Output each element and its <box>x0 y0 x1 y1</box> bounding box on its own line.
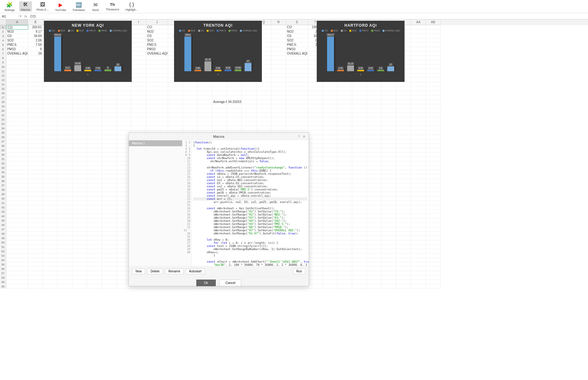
cell[interactable] <box>72 117 87 122</box>
cell[interactable] <box>411 78 426 82</box>
cell[interactable] <box>102 135 117 139</box>
cell[interactable] <box>352 214 367 218</box>
cell[interactable] <box>87 271 102 276</box>
cell[interactable] <box>323 258 337 262</box>
cell[interactable] <box>58 144 72 148</box>
cell[interactable] <box>367 126 382 131</box>
cell[interactable] <box>352 232 367 236</box>
cell[interactable] <box>72 174 87 179</box>
cell[interactable] <box>6 82 28 87</box>
cell[interactable] <box>337 196 352 201</box>
cell[interactable] <box>227 87 242 91</box>
cell[interactable] <box>72 109 87 113</box>
cell[interactable] <box>396 109 411 113</box>
cell[interactable] <box>102 262 117 267</box>
cell[interactable] <box>271 51 286 56</box>
cell[interactable]: Average AQI: <box>212 100 227 104</box>
cell[interactable] <box>396 254 411 258</box>
cell[interactable] <box>367 135 382 139</box>
cell[interactable] <box>257 82 271 87</box>
cell[interactable] <box>337 236 352 240</box>
cell[interactable] <box>257 109 271 113</box>
cell[interactable] <box>28 148 43 153</box>
cell[interactable] <box>271 34 286 38</box>
cell[interactable] <box>426 245 441 249</box>
cell[interactable] <box>382 210 396 214</box>
cell[interactable] <box>131 95 146 100</box>
cell[interactable] <box>426 78 441 82</box>
row-header[interactable]: 52 <box>0 249 6 254</box>
row-header[interactable]: 60 <box>0 284 6 289</box>
cell[interactable] <box>337 188 352 192</box>
cell[interactable] <box>352 254 367 258</box>
row-header[interactable]: 29 <box>0 148 6 153</box>
cell[interactable] <box>87 254 102 258</box>
cell[interactable] <box>411 254 426 258</box>
cell[interactable] <box>6 192 28 196</box>
cell[interactable] <box>337 82 352 87</box>
cell[interactable] <box>131 69 146 73</box>
cell[interactable] <box>426 87 441 91</box>
cell[interactable] <box>58 109 72 113</box>
cell[interactable] <box>72 214 87 218</box>
cell[interactable] <box>72 135 87 139</box>
cell[interactable] <box>367 271 382 276</box>
cell[interactable] <box>271 47 286 51</box>
cell[interactable] <box>43 135 58 139</box>
cell[interactable] <box>117 104 131 109</box>
cell[interactable] <box>411 104 426 109</box>
cell[interactable] <box>396 280 411 284</box>
cell[interactable] <box>308 192 323 196</box>
cell[interactable] <box>72 210 87 214</box>
cell[interactable] <box>102 192 117 196</box>
cell[interactable] <box>6 174 28 179</box>
cell[interactable] <box>323 117 337 122</box>
cell[interactable] <box>146 60 168 65</box>
cell[interactable] <box>411 126 426 131</box>
cell[interactable] <box>72 131 87 135</box>
cell[interactable] <box>43 276 58 280</box>
cell[interactable] <box>43 87 58 91</box>
cell[interactable] <box>367 82 382 87</box>
cell[interactable] <box>367 245 382 249</box>
cell[interactable] <box>6 122 28 126</box>
cell[interactable] <box>6 236 28 240</box>
cell[interactable] <box>337 276 352 280</box>
cell[interactable] <box>6 245 28 249</box>
cell[interactable] <box>426 271 441 276</box>
cell[interactable] <box>227 95 242 100</box>
cell[interactable] <box>58 188 72 192</box>
cell[interactable] <box>168 104 183 109</box>
cell[interactable] <box>352 201 367 205</box>
cell[interactable] <box>382 240 396 245</box>
cell[interactable] <box>337 148 352 153</box>
cell[interactable] <box>72 271 87 276</box>
cell[interactable] <box>58 104 72 109</box>
cell[interactable] <box>337 131 352 135</box>
cell[interactable] <box>382 254 396 258</box>
cell[interactable] <box>308 117 323 122</box>
cell[interactable] <box>426 205 441 210</box>
cell[interactable] <box>6 139 28 144</box>
cell[interactable] <box>337 122 352 126</box>
cell[interactable] <box>131 91 146 95</box>
cell[interactable] <box>87 166 102 170</box>
cell[interactable] <box>72 87 87 91</box>
cell[interactable] <box>411 192 426 196</box>
cell[interactable] <box>43 280 58 284</box>
cell[interactable] <box>257 95 271 100</box>
cell[interactable] <box>58 236 72 240</box>
cell[interactable] <box>337 210 352 214</box>
cell[interactable] <box>323 188 337 192</box>
cell[interactable] <box>58 87 72 91</box>
row-header[interactable]: 4 <box>0 38 6 43</box>
cell[interactable] <box>257 100 271 104</box>
cell[interactable] <box>367 174 382 179</box>
cell[interactable] <box>382 144 396 148</box>
cell[interactable] <box>352 245 367 249</box>
cell[interactable] <box>426 148 441 153</box>
row-header[interactable]: 59 <box>0 280 6 284</box>
cell[interactable] <box>308 174 323 179</box>
cell[interactable]: PM2.5: <box>146 43 168 47</box>
cell[interactable] <box>308 161 323 166</box>
